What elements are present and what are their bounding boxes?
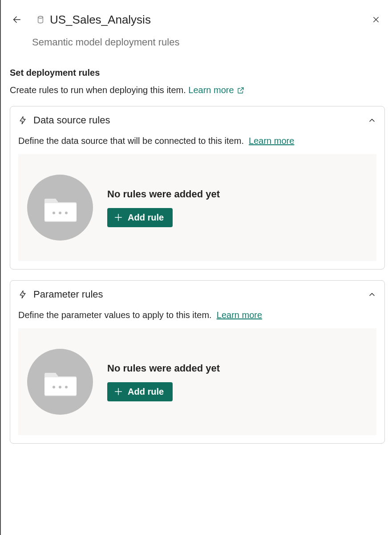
section-description: Create rules to run when deploying this … bbox=[10, 85, 385, 95]
parameter-rules-card: Parameter rules Define the parameter val… bbox=[10, 280, 385, 444]
plus-icon bbox=[113, 387, 123, 396]
page-subtitle: Semantic model deployment rules bbox=[32, 37, 385, 48]
svg-point-1 bbox=[38, 16, 43, 18]
close-icon bbox=[372, 16, 380, 24]
plus-icon bbox=[113, 212, 123, 222]
svg-point-15 bbox=[65, 386, 68, 388]
svg-point-14 bbox=[59, 386, 61, 388]
card-description: Define the parameter values to apply to … bbox=[18, 310, 376, 320]
data-source-learn-more-link[interactable]: Learn more bbox=[249, 136, 294, 146]
data-source-rules-header[interactable]: Data source rules bbox=[18, 114, 376, 126]
parameter-learn-more-link[interactable]: Learn more bbox=[217, 310, 262, 320]
chevron-up-icon bbox=[368, 290, 376, 299]
learn-more-link[interactable]: Learn more bbox=[188, 85, 244, 95]
data-source-rules-card: Data source rules Define the data source… bbox=[10, 106, 385, 270]
card-title: Data source rules bbox=[33, 114, 361, 126]
svg-point-13 bbox=[53, 386, 55, 388]
svg-marker-4 bbox=[20, 117, 25, 124]
chevron-up-icon bbox=[368, 116, 376, 125]
empty-state-text: No rules were added yet bbox=[107, 363, 220, 374]
external-link-icon bbox=[237, 86, 245, 94]
parameter-rules-header[interactable]: Parameter rules bbox=[18, 289, 376, 300]
empty-folder-icon bbox=[27, 175, 93, 241]
svg-marker-11 bbox=[20, 291, 25, 298]
close-button[interactable] bbox=[369, 12, 383, 27]
svg-point-7 bbox=[59, 212, 61, 214]
lightning-icon bbox=[18, 289, 27, 300]
svg-point-6 bbox=[53, 212, 55, 214]
card-description: Define the data source that will be conn… bbox=[18, 136, 376, 146]
database-icon bbox=[36, 16, 44, 24]
svg-point-8 bbox=[65, 212, 68, 214]
lightning-icon bbox=[18, 115, 27, 126]
add-data-source-rule-button[interactable]: Add rule bbox=[107, 208, 173, 227]
card-title: Parameter rules bbox=[33, 289, 361, 300]
parameter-empty-state: No rules were added yet Add rule bbox=[18, 328, 376, 435]
empty-folder-icon bbox=[27, 349, 93, 415]
data-source-empty-state: No rules were added yet Add rule bbox=[18, 154, 376, 261]
add-parameter-rule-button[interactable]: Add rule bbox=[107, 382, 173, 401]
page-title: US_Sales_Analysis bbox=[50, 13, 151, 27]
back-button[interactable] bbox=[10, 12, 24, 27]
section-heading: Set deployment rules bbox=[10, 68, 385, 78]
empty-state-text: No rules were added yet bbox=[107, 188, 220, 200]
arrow-left-icon bbox=[12, 15, 22, 25]
